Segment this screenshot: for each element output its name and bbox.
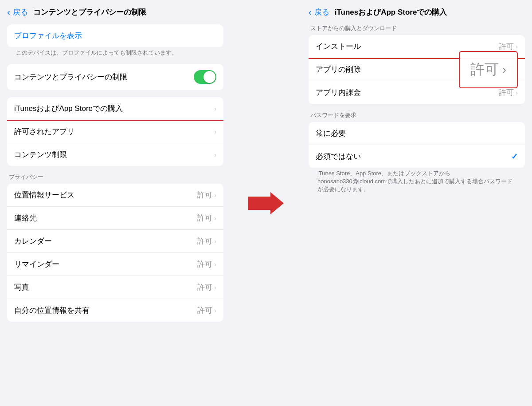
- privacy-card: 位置情報サービス 許可 › 連絡先 許可 › カレンダー 許可 ›: [7, 184, 223, 322]
- itunes-chevron-icon: ›: [214, 105, 216, 112]
- install-value: 許可: [499, 41, 514, 51]
- not-required-label: 必須ではない: [316, 151, 361, 162]
- kyoka-overlay-label: 許可: [470, 60, 499, 79]
- contacts-chevron-icon: ›: [214, 214, 216, 222]
- privacy-section: プライバシー 位置情報サービス 許可 › 連絡先 許可 › カレンダー 許可: [7, 173, 223, 322]
- in-app-purchase-value: 許可: [499, 87, 514, 98]
- photos-label: 写真: [14, 282, 29, 292]
- profile-note: このデバイスは、プロファイルによっても制限されています。: [16, 49, 216, 57]
- right-arrow-icon: [248, 190, 284, 217]
- calendar-right: 許可 ›: [197, 236, 216, 246]
- delete-app-label: アプリの削除: [316, 64, 361, 75]
- install-label: インストール: [316, 41, 361, 51]
- permitted-apps-label: 許可されたアプリ: [14, 126, 74, 137]
- share-location-right: 許可 ›: [197, 305, 216, 315]
- kyoka-overlay-chevron-icon: ›: [502, 63, 506, 77]
- photos-right: 許可 ›: [197, 282, 216, 292]
- store-section: ストアからの購入とダウンロード インストール 許可 › アプリの削除 許可 › …: [309, 24, 525, 104]
- calendar-label: カレンダー: [14, 236, 52, 246]
- right-nav-bar: ‹ 戻る iTunesおよびApp Storeでの購入: [301, 0, 532, 21]
- svg-marker-0: [248, 192, 284, 214]
- not-required-checkmark-icon: ✓: [511, 152, 518, 162]
- privacy-section-label: プライバシー: [9, 173, 223, 181]
- content-restriction-row[interactable]: コンテンツ制限 ›: [7, 143, 223, 166]
- back-chevron-icon: ‹: [7, 7, 10, 17]
- not-required-row[interactable]: 必須ではない ✓: [309, 145, 525, 168]
- right-panel: ‹ 戻る iTunesおよびApp Storeでの購入 ストアからの購入とダウン…: [301, 0, 532, 406]
- calendar-value: 許可: [197, 236, 212, 246]
- reminders-value: 許可: [197, 259, 212, 269]
- content-restriction-chevron-icon: ›: [214, 151, 216, 158]
- contacts-right: 許可 ›: [197, 213, 216, 223]
- contacts-label: 連絡先: [14, 213, 37, 223]
- reminders-chevron-icon: ›: [214, 260, 216, 268]
- reminders-right: 許可 ›: [197, 259, 216, 269]
- share-location-label: 自分の位置情報を共有: [14, 305, 90, 315]
- share-location-value: 許可: [197, 305, 212, 315]
- arrow-container: [231, 190, 301, 217]
- location-services-right: 許可 ›: [197, 190, 216, 200]
- privacy-row-2[interactable]: カレンダー 許可 ›: [7, 230, 223, 253]
- location-services-label: 位置情報サービス: [14, 190, 74, 200]
- in-app-purchase-label: アプリ内課金: [316, 87, 361, 98]
- password-section: パスワードを要求 常に必要 必須ではない ✓ iTunes Store、App …: [309, 111, 525, 194]
- left-nav-title: コンテンツとプライバシーの制限: [33, 7, 146, 17]
- calendar-chevron-icon: ›: [214, 237, 216, 245]
- right-back-button[interactable]: ‹ 戻る: [309, 7, 329, 17]
- privacy-row-1[interactable]: 連絡先 許可 ›: [7, 207, 223, 230]
- store-section-label: ストアからの購入とダウンロード: [310, 24, 525, 32]
- right-back-label: 戻る: [314, 7, 329, 17]
- content-privacy-toggle[interactable]: [194, 70, 216, 84]
- privacy-row-5[interactable]: 自分の位置情報を共有 許可 ›: [7, 299, 223, 322]
- permitted-apps-chevron-icon: ›: [214, 128, 216, 135]
- content-privacy-section: コンテンツとプライバシーの制限: [7, 64, 223, 90]
- left-nav-bar: ‹ 戻る コンテンツとプライバシーの制限: [0, 0, 231, 21]
- store-card: インストール 許可 › アプリの削除 許可 › アプリ内課金 許可 ›: [309, 35, 525, 104]
- password-card: 常に必要 必須ではない ✓: [309, 122, 525, 168]
- install-right: 許可 ›: [499, 41, 518, 51]
- always-required-row[interactable]: 常に必要: [309, 122, 525, 145]
- privacy-row-0[interactable]: 位置情報サービス 許可 ›: [7, 184, 223, 207]
- content-privacy-card: コンテンツとプライバシーの制限: [7, 64, 223, 90]
- right-nav-title: iTunesおよびApp Storeでの購入: [335, 7, 447, 17]
- permitted-apps-row[interactable]: 許可されたアプリ ›: [7, 120, 223, 143]
- left-back-button[interactable]: ‹ 戻る: [7, 7, 28, 17]
- itunes-label: iTunesおよびApp Storeでの購入: [14, 103, 123, 114]
- main-settings-section: iTunesおよびApp Storeでの購入 › 許可されたアプリ › コンテン…: [7, 97, 223, 166]
- password-section-label: パスワードを要求: [310, 111, 525, 119]
- privacy-row-4[interactable]: 写真 許可 ›: [7, 276, 223, 299]
- toggle-thumb: [203, 71, 215, 83]
- install-chevron-icon: ›: [516, 43, 518, 50]
- in-app-purchase-chevron-icon: ›: [516, 89, 518, 96]
- location-services-chevron-icon: ›: [214, 191, 216, 199]
- main-settings-card: iTunesおよびApp Storeでの購入 › 許可されたアプリ › コンテン…: [7, 97, 223, 166]
- profile-row[interactable]: プロファイルを表示: [7, 24, 223, 47]
- profile-section: プロファイルを表示 このデバイスは、プロファイルによっても制限されています。: [7, 24, 223, 57]
- password-note: iTunes Store、App Store、またはブックストアからhonosa…: [317, 169, 518, 194]
- content-privacy-label: コンテンツとプライバシーの制限: [14, 72, 127, 82]
- contacts-value: 許可: [197, 213, 212, 223]
- profile-card: プロファイルを表示: [7, 24, 223, 47]
- profile-button-label[interactable]: プロファイルを表示: [14, 31, 82, 41]
- left-back-label: 戻る: [13, 7, 28, 17]
- privacy-row-3[interactable]: リマインダー 許可 ›: [7, 253, 223, 276]
- share-location-chevron-icon: ›: [214, 307, 216, 314]
- content-restriction-label: コンテンツ制限: [14, 150, 67, 160]
- reminders-label: リマインダー: [14, 259, 59, 269]
- content-privacy-row[interactable]: コンテンツとプライバシーの制限: [7, 64, 223, 90]
- photos-chevron-icon: ›: [214, 284, 216, 291]
- in-app-purchase-right: 許可 ›: [499, 87, 518, 98]
- location-services-value: 許可: [197, 190, 212, 200]
- photos-value: 許可: [197, 282, 212, 292]
- kyoka-overlay: 許可 ›: [459, 51, 518, 88]
- always-required-label: 常に必要: [316, 128, 346, 138]
- left-panel: ‹ 戻る コンテンツとプライバシーの制限 プロファイルを表示 このデバイスは、プ…: [0, 0, 231, 406]
- right-back-chevron-icon: ‹: [309, 7, 312, 17]
- itunes-row[interactable]: iTunesおよびApp Storeでの購入 ›: [7, 97, 223, 120]
